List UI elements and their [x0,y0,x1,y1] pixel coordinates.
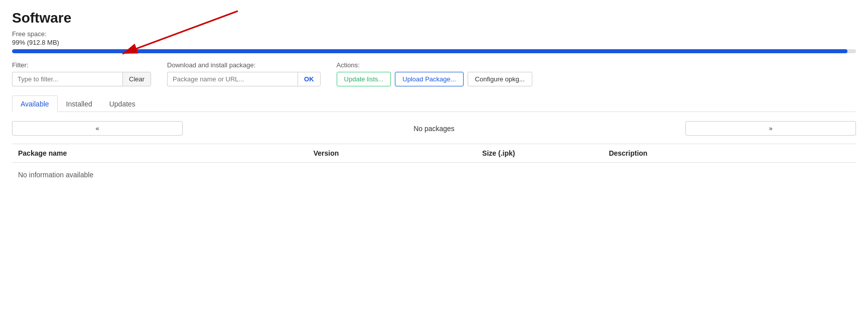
tab-installed[interactable]: Installed [58,95,101,112]
free-space-value: 99% (912.8 MB) [12,39,856,46]
actions-group: Actions: Update lists... Upload Package.… [337,61,532,86]
col-description: Description [603,144,856,163]
actions-buttons: Update lists... Upload Package... Config… [337,72,532,86]
actions-label: Actions: [337,61,532,69]
col-size: Size (.ipk) [476,144,603,163]
progress-bar-fill [12,49,847,53]
controls-row: Filter: Clear Download and install packa… [12,61,856,86]
filter-group: Filter: Clear [12,61,151,86]
tabs-row: Available Installed Updates [12,95,856,112]
ok-button[interactable]: OK [298,72,321,86]
download-control-inline: OK [167,72,321,86]
col-package-name: Package name [12,144,308,163]
tab-available[interactable]: Available [12,95,58,112]
package-url-input[interactable] [167,72,298,86]
filter-control-inline: Clear [12,72,151,86]
free-space-label: Free space: [12,30,856,38]
download-label: Download and install package: [167,61,321,69]
table-header-row: Package name Version Size (.ipk) Descrip… [12,144,856,163]
filter-input[interactable] [12,72,122,86]
clear-button[interactable]: Clear [122,72,151,86]
filter-label: Filter: [12,61,151,69]
package-table: Package name Version Size (.ipk) Descrip… [12,144,856,187]
tab-updates[interactable]: Updates [101,95,144,112]
table-row-no-data: No information available [12,163,856,187]
no-data-message: No information available [12,163,856,187]
page-title: Software [12,10,856,26]
update-lists-button[interactable]: Update lists... [337,72,391,86]
pagination-next-button[interactable]: » [685,121,856,136]
pagination-row: « No packages » [12,121,856,136]
free-space-progress-bar [12,49,856,53]
pagination-prev-button[interactable]: « [12,121,183,136]
pagination-info: No packages [413,125,455,133]
configure-opkg-button[interactable]: Configure opkg... [468,72,532,86]
upload-package-button[interactable]: Upload Package... [395,72,463,86]
col-version: Version [308,144,476,163]
download-group: Download and install package: OK [167,61,321,86]
